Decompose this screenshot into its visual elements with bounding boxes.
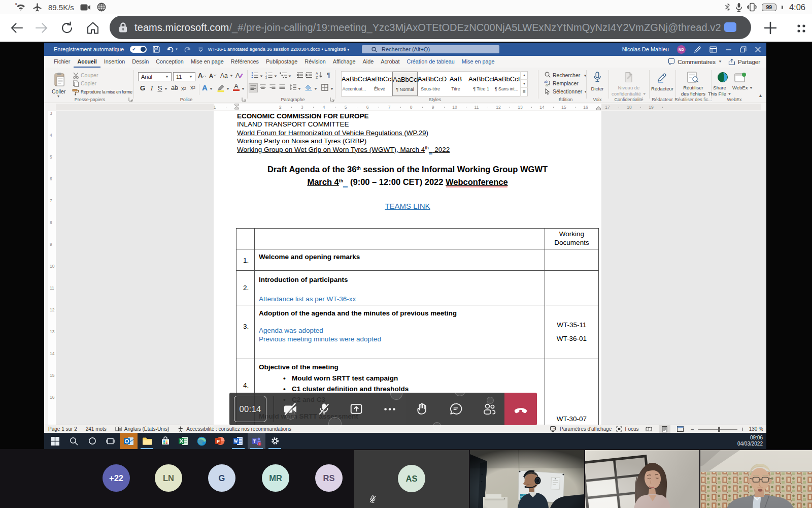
zoom-slider-knob[interactable] [718,427,720,432]
style-item[interactable]: AaBbCcI ¶ Sans int... [494,72,519,96]
chat-button[interactable] [439,393,472,425]
cut-label[interactable]: Couper [81,72,98,78]
clipboard-dialog-launcher[interactable] [128,97,133,102]
outlook-icon[interactable] [120,433,138,449]
line-spacing-button[interactable] [289,84,297,90]
reload-button[interactable] [60,21,74,35]
save-icon[interactable] [153,46,160,53]
task-view-icon[interactable] [101,433,119,449]
copy-icon[interactable] [73,80,79,87]
participant-avatar[interactable]: MR [262,464,289,492]
decrease-indent-button[interactable] [296,72,303,79]
collapse-ribbon-button[interactable]: ▲ [758,93,763,98]
address-bar[interactable]: teams.microsoft.com/_#/pre-join-calling/… [110,16,751,39]
dropdown-chevron[interactable]: ▼ [259,74,263,79]
shading-button[interactable] [304,84,313,91]
bold-button[interactable]: G [139,84,147,92]
comments-button[interactable]: Commentaires ▼ [668,58,722,65]
focus-mode[interactable]: Focus [616,426,638,432]
forward-button[interactable] [35,21,49,35]
accessibility-status[interactable]: Accessibilité : consultez nos recommanda… [178,426,291,432]
powerpoint-icon[interactable]: P [211,433,229,449]
video-tile-3[interactable] [700,450,812,508]
paragraph-dialog-launcher[interactable] [330,97,334,102]
format-painter-label[interactable]: Reproduire la mise en forme [81,89,132,94]
ribbon-tab[interactable]: Mise en page [458,56,498,68]
raise-hand-button[interactable] [406,393,438,425]
increase-indent-button[interactable] [306,72,313,79]
zoom-in-button[interactable]: + [741,426,745,433]
font-size-combo[interactable]: 11▼ [173,72,195,81]
start-button[interactable] [46,433,64,449]
grow-font-button[interactable]: A︿ [198,72,206,79]
ribbon-tab[interactable]: Publipostage [262,56,301,68]
text-effects-button[interactable]: A [202,83,208,92]
underline-button[interactable]: S [157,84,163,92]
zoom-level[interactable]: 130 % [749,426,763,432]
superscript-button[interactable]: x2 [190,84,195,90]
undo-button[interactable]: ▾ [166,46,178,53]
styles-scroll[interactable]: ▲▼☰ [520,71,528,97]
account-badge[interactable]: ND [677,45,686,54]
sort-button[interactable]: AZ [316,71,324,79]
font-color-dropdown-chevron[interactable]: ▼ [241,87,245,91]
webex-label[interactable]: WebEx ▼ [732,85,750,91]
dropdown-chevron[interactable]: ▼ [314,87,318,91]
excel-icon[interactable] [175,433,192,449]
file-explorer-icon[interactable] [138,433,156,449]
font-dialog-launcher[interactable] [242,97,246,102]
zoom-control[interactable]: − + [691,426,745,433]
replace-icon[interactable]: abac [544,80,551,86]
style-item[interactable]: AaBbCcI ¶ Normal [392,72,418,96]
number-list-button[interactable]: 123 [265,72,273,79]
title-search-box[interactable]: Rechercher (Alt+Q) [362,45,499,53]
share-screen-button[interactable] [340,393,373,425]
participant-avatar[interactable]: RS [315,464,343,492]
ribbon-tab[interactable]: Création de tableau [403,56,458,68]
dictate-label[interactable]: Dicter [588,86,607,92]
underline-dropdown-chevron[interactable]: ▼ [164,87,168,91]
hang-up-button[interactable] [504,393,537,425]
cortana-icon[interactable] [83,433,101,449]
display-settings[interactable]: ✎ Paramètres d'affichage [550,426,612,432]
find-label[interactable]: Rechercher ▼ [553,72,587,78]
highlight-button[interactable] [217,84,225,92]
style-item[interactable]: AaB Titre [443,72,468,96]
page-indicator[interactable]: Page 1 sur 2 [48,426,77,432]
horizontal-ruler[interactable]: 12345678910111213141516171819 [56,104,761,110]
dropdown-chevron[interactable]: ▼ [330,87,334,91]
paste-icon[interactable] [51,72,69,88]
vertical-ruler[interactable]: 345678910111213141516 [48,111,56,425]
autosave-toggle[interactable]: ✓ [130,46,147,53]
format-painter-icon[interactable] [72,88,79,96]
redo-button[interactable] [184,46,192,53]
dropdown-chevron[interactable]: ▼ [274,74,278,79]
new-tab-button[interactable] [763,20,778,36]
proofing-status[interactable]: Anglais (États-Unis) [115,426,169,432]
webex-share-icon[interactable] [714,71,732,84]
share-button[interactable]: Partager [728,58,760,65]
teams-icon[interactable] [248,433,265,449]
word-count[interactable]: 241 mots [86,426,107,432]
ribbon-tab[interactable]: Fichier [50,56,74,68]
ribbon-tab[interactable]: Mise en page [187,56,227,68]
reuse-files-icon[interactable] [679,71,707,84]
borders-button[interactable] [321,84,328,91]
clear-format-button[interactable]: A [235,72,243,79]
justify-button[interactable] [279,84,285,90]
ribbon-tab[interactable]: Insertion [100,56,128,68]
find-icon[interactable] [545,72,551,78]
zoom-out-button[interactable]: − [691,426,694,433]
camera-off-button[interactable] [274,393,307,425]
replace-label[interactable]: Remplacer [553,80,579,86]
subscript-button[interactable]: x2 [181,85,186,91]
ribbon-tab[interactable]: Révision [301,56,329,68]
webex-icon[interactable] [731,71,750,84]
select-icon[interactable] [545,88,550,94]
webex-share-label[interactable]: ShareThis File ▼ [708,85,731,97]
ribbon-display-icon[interactable] [709,46,717,53]
align-right-button[interactable] [269,84,276,90]
select-label[interactable]: Sélectionner ▼ [553,88,588,94]
style-item[interactable]: AaBbCcD Sous-titre [418,72,443,96]
participant-overflow-avatar[interactable]: +22 [103,464,130,492]
